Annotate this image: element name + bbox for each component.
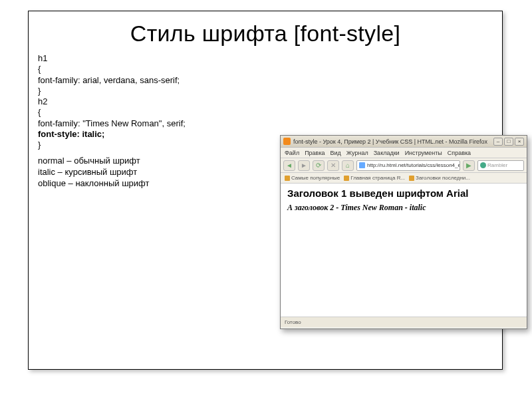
close-button[interactable]: ×	[515, 138, 524, 146]
url-text: http://ru.html.net/tutorials/css/lesson4…	[367, 162, 460, 168]
menu-help[interactable]: Справка	[448, 150, 471, 156]
page-icon	[359, 162, 365, 168]
bookmark-label: Самые популярные	[291, 175, 340, 181]
maximize-button[interactable]: □	[504, 138, 513, 146]
forward-button[interactable]: ►	[298, 160, 310, 171]
reload-button[interactable]: ⟳	[313, 160, 325, 171]
code-line: h2	[38, 96, 47, 106]
bookmark-mainpage[interactable]: Главная страница R...	[344, 175, 405, 181]
browser-viewport: Заголовок 1 выведен шрифтом Arial А заго…	[281, 184, 527, 317]
window-title: font-style - Урок 4, Пример 2 | Учебник …	[293, 138, 491, 145]
code-line: }	[38, 86, 41, 96]
code-line: {	[38, 64, 41, 74]
menu-file[interactable]: Файл	[285, 150, 299, 156]
slide-title: Стиль шрифта [font-style]	[29, 11, 502, 53]
code-line: h1	[38, 53, 47, 63]
firefox-icon	[283, 138, 291, 145]
status-bar: Готово	[281, 317, 527, 327]
browser-toolbar: ◄ ► ⟳ ✕ ⌂ http://ru.html.net/tutorials/c…	[281, 158, 527, 173]
browser-menubar: Файл Правка Вид Журнал Закладки Инструме…	[281, 148, 527, 158]
stop-button[interactable]: ✕	[327, 160, 339, 171]
menu-edit[interactable]: Правка	[305, 150, 325, 156]
back-button[interactable]: ◄	[283, 160, 295, 171]
folder-icon	[285, 176, 290, 181]
code-line: }	[38, 140, 41, 150]
code-line: {	[38, 107, 41, 117]
page-icon	[344, 176, 349, 181]
search-icon	[480, 162, 486, 168]
code-line: font-family: arial, verdana, sans-serif;	[38, 75, 180, 85]
url-bar[interactable]: http://ru.html.net/tutorials/css/lesson4…	[356, 160, 460, 171]
window-buttons: – □ ×	[493, 138, 524, 146]
go-button[interactable]: ▶	[463, 160, 475, 171]
bookmarks-bar: Самые популярные Главная страница R... З…	[281, 173, 527, 184]
rendered-h2: А заголовок 2 - Times New Roman - italic	[287, 203, 520, 213]
menu-view[interactable]: Вид	[331, 150, 341, 156]
browser-window: font-style - Урок 4, Пример 2 | Учебник …	[280, 135, 527, 329]
slide-frame: Стиль шрифта [font-style] h1 { font-fami…	[28, 11, 503, 370]
search-placeholder: Rambler	[487, 162, 507, 168]
rss-icon	[409, 176, 414, 181]
home-button[interactable]: ⌂	[342, 160, 354, 171]
bookmark-headlines[interactable]: Заголовки последни...	[409, 175, 470, 181]
rendered-h1: Заголовок 1 выведен шрифтом Arial	[287, 188, 520, 199]
bookmark-popular[interactable]: Самые популярные	[285, 175, 340, 181]
menu-journal[interactable]: Журнал	[346, 150, 368, 156]
search-box[interactable]: Rambler	[477, 160, 524, 171]
menu-bookmarks[interactable]: Закладки	[374, 150, 400, 156]
browser-titlebar: font-style - Урок 4, Пример 2 | Учебник …	[281, 136, 527, 148]
code-line-bold: font-style: italic;	[38, 129, 104, 139]
minimize-button[interactable]: –	[493, 138, 503, 146]
bookmark-label: Заголовки последни...	[416, 175, 470, 181]
bookmark-label: Главная страница R...	[350, 175, 405, 181]
status-text: Готово	[285, 319, 301, 325]
menu-tools[interactable]: Инструменты	[405, 150, 442, 156]
code-line: font-family: "Times New Roman", serif;	[38, 118, 186, 128]
